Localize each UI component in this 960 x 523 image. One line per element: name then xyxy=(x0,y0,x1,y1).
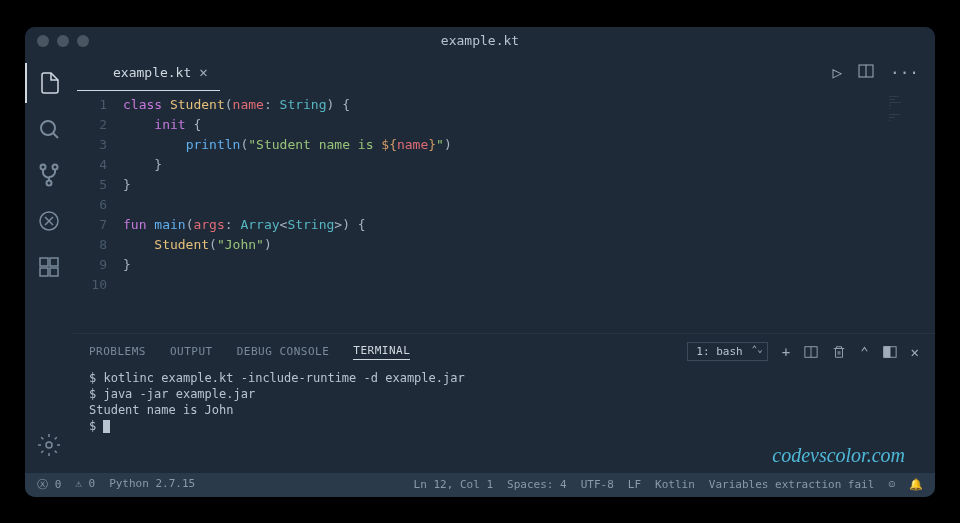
more-icon[interactable]: ··· xyxy=(890,63,919,83)
titlebar: example.kt xyxy=(25,27,935,55)
svg-rect-8 xyxy=(40,268,48,276)
minimap[interactable]: ▬▬▬▬▬▬▬▬▬▬▬▬▬▬▬▬▬▬▬▬▬▬▬▬▬▬▬▬▬▬▬▬▬▬▬▬▬▬▬▬… xyxy=(885,91,935,126)
kotlin-file-icon xyxy=(89,64,105,80)
svg-point-4 xyxy=(47,180,52,185)
run-icon[interactable]: ▷ xyxy=(832,63,842,83)
svg-rect-16 xyxy=(883,346,889,357)
svg-point-2 xyxy=(41,164,46,169)
activity-bar xyxy=(25,55,73,473)
tab-label: example.kt xyxy=(113,65,191,80)
split-terminal-icon[interactable] xyxy=(804,345,818,359)
terminal-line: $ xyxy=(89,418,919,434)
tab-example-kt[interactable]: example.kt ✕ xyxy=(77,55,220,91)
status-lang[interactable]: Kotlin xyxy=(655,478,695,491)
gear-icon[interactable] xyxy=(25,425,73,465)
status-eol[interactable]: LF xyxy=(628,478,641,491)
terminal-line: Student name is John xyxy=(89,402,919,418)
svg-rect-6 xyxy=(40,258,48,266)
line-numbers: 12345678910 xyxy=(73,91,123,333)
minimize-window[interactable] xyxy=(57,35,69,47)
search-icon[interactable] xyxy=(25,109,73,149)
status-python[interactable]: Python 2.7.15 xyxy=(109,477,195,492)
svg-point-3 xyxy=(53,164,58,169)
tab-terminal[interactable]: TERMINAL xyxy=(353,344,410,360)
bell-icon[interactable]: 🔔 xyxy=(909,478,923,491)
maximize-window[interactable] xyxy=(77,35,89,47)
tab-problems[interactable]: PROBLEMS xyxy=(89,345,146,358)
source-control-icon[interactable] xyxy=(25,155,73,195)
maximize-panel-icon[interactable] xyxy=(883,345,897,359)
close-panel-icon[interactable]: ✕ xyxy=(911,344,919,360)
new-terminal-icon[interactable]: + xyxy=(782,344,790,360)
status-errors[interactable]: ⓧ 0 xyxy=(37,477,61,492)
close-window[interactable] xyxy=(37,35,49,47)
window-title: example.kt xyxy=(441,33,519,48)
close-icon[interactable]: ✕ xyxy=(199,64,207,80)
cursor xyxy=(103,420,110,433)
tab-debug-console[interactable]: DEBUG CONSOLE xyxy=(237,345,330,358)
debug-icon[interactable] xyxy=(25,201,73,241)
window-controls xyxy=(37,35,89,47)
tab-bar: example.kt ✕ ▷ ··· xyxy=(73,55,935,91)
svg-point-0 xyxy=(41,121,55,135)
status-warnings[interactable]: ⚠ 0 xyxy=(75,477,95,492)
code-content[interactable]: class Student(name: String) { init { pri… xyxy=(123,91,935,333)
extensions-icon[interactable] xyxy=(25,247,73,287)
terminal-line: $ kotlinc example.kt -include-runtime -d… xyxy=(89,370,919,386)
explorer-icon[interactable] xyxy=(25,63,73,103)
status-spaces[interactable]: Spaces: 4 xyxy=(507,478,567,491)
feedback-icon[interactable]: ☺ xyxy=(888,478,895,491)
svg-point-10 xyxy=(46,442,52,448)
trash-icon[interactable] xyxy=(832,345,846,359)
status-lncol[interactable]: Ln 12, Col 1 xyxy=(414,478,493,491)
status-git[interactable]: Variables extraction fail xyxy=(709,478,875,491)
svg-rect-9 xyxy=(50,268,58,276)
tab-output[interactable]: OUTPUT xyxy=(170,345,213,358)
svg-line-1 xyxy=(53,133,58,138)
code-editor[interactable]: 12345678910 class Student(name: String) … xyxy=(73,91,935,333)
svg-rect-7 xyxy=(50,258,58,266)
chevron-up-icon[interactable]: ⌃ xyxy=(860,344,868,360)
terminal-line: $ java -jar example.jar xyxy=(89,386,919,402)
watermark: codevscolor.com xyxy=(772,444,905,467)
terminal-selector[interactable]: 1: bash xyxy=(687,342,767,361)
split-editor-icon[interactable] xyxy=(858,63,874,83)
statusbar: ⓧ 0 ⚠ 0 Python 2.7.15 Ln 12, Col 1 Space… xyxy=(25,473,935,497)
status-encoding[interactable]: UTF-8 xyxy=(581,478,614,491)
